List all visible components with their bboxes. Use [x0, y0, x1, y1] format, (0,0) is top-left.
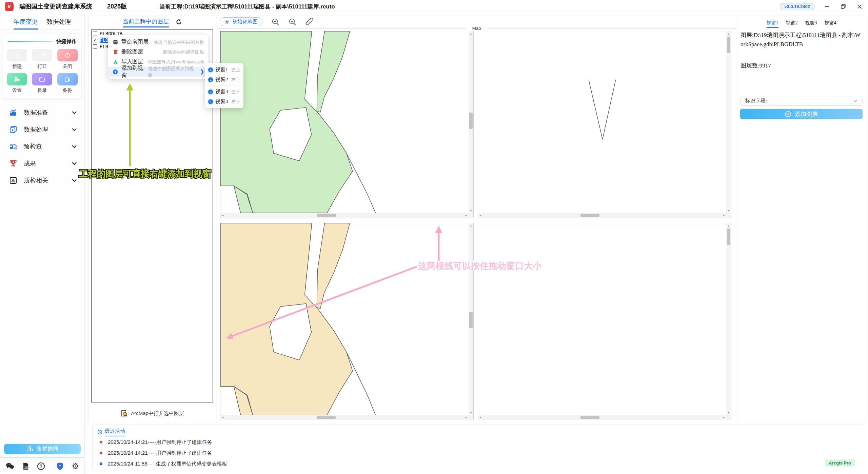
map-canvas-1[interactable]	[220, 31, 469, 213]
cluster-collaboration-button[interactable]: 集群协同	[4, 444, 81, 454]
vertical-scrollbar[interactable]: ▲ ▼	[726, 31, 731, 213]
zoom-out-icon[interactable]	[288, 18, 296, 26]
horizontal-scrollbar[interactable]: ◄ ►	[478, 213, 726, 218]
sidebar-item-data-preparation[interactable]: 数据准备	[0, 104, 84, 121]
tab-viewport-1[interactable]: 视窗1	[767, 20, 778, 28]
zoom-in-icon[interactable]	[271, 18, 279, 26]
vertical-scrollbar[interactable]: ▲ ▼	[726, 223, 731, 415]
scroll-left-arrow[interactable]: ◄	[478, 415, 483, 420]
submenu-item-viewport-3[interactable]: 3 视窗3 左下	[205, 87, 243, 97]
scroll-right-arrow[interactable]: ►	[722, 213, 726, 218]
help-icon[interactable]: ?	[37, 462, 45, 470]
layer-panel-title[interactable]: 当前工程中的图层	[123, 18, 169, 27]
vertical-scrollbar[interactable]: ▲ ▼	[469, 31, 473, 213]
vertical-scrollbar[interactable]: ▲ ▼	[469, 223, 473, 415]
scroll-thumb[interactable]	[580, 214, 599, 217]
restore-button[interactable]	[840, 3, 847, 10]
svg-text:LOG: LOG	[24, 467, 28, 469]
map-title-divider: Map	[216, 25, 737, 31]
open-project-button[interactable]	[32, 49, 52, 61]
tab-viewport-4[interactable]: 视窗4	[825, 20, 836, 28]
new-file-icon	[14, 52, 20, 59]
scroll-thumb[interactable]	[727, 37, 730, 53]
map-canvas-4[interactable]	[478, 223, 726, 415]
layer-checkbox[interactable]	[93, 32, 97, 36]
scroll-thumb[interactable]	[580, 416, 599, 419]
scroll-thumb[interactable]	[317, 214, 336, 217]
viewport-submenu: 1 视窗1 左上 2 视窗2 右上 3 视窗3 左下 4 视窗4 右下	[205, 63, 243, 108]
scroll-right-arrow[interactable]: ►	[722, 415, 726, 420]
scroll-thumb[interactable]	[317, 416, 336, 419]
sidebar-item-data-processing[interactable]: 数据处理	[0, 121, 84, 138]
scroll-left-arrow[interactable]: ◄	[220, 415, 225, 420]
scroll-up-arrow[interactable]: ▲	[469, 31, 473, 36]
map-viewport-3[interactable]: ▲ ▼ ◄ ►	[220, 223, 474, 420]
map-viewport-4[interactable]: ▲ ▼ ◄ ►	[478, 223, 731, 420]
viewport-tabs: 视窗1 视窗2 视窗3 视窗4	[737, 20, 866, 28]
scroll-thumb[interactable]	[469, 312, 473, 328]
log-file-icon[interactable]: LOG	[22, 462, 30, 470]
new-project-button[interactable]	[7, 49, 27, 61]
directory-button[interactable]	[32, 73, 52, 85]
scroll-up-arrow[interactable]: ▲	[469, 223, 473, 228]
sidebar-item-results[interactable]: 成果	[0, 155, 84, 172]
scroll-down-arrow[interactable]: ▼	[469, 208, 473, 213]
refresh-icon[interactable]	[176, 19, 182, 26]
scroll-down-arrow[interactable]: ▼	[726, 208, 731, 213]
map-canvas-2[interactable]	[478, 31, 726, 213]
sidebar-item-quality-check[interactable]: 检 质检相关	[0, 172, 84, 189]
init-map-button[interactable]: 初始化地图	[220, 17, 262, 26]
app-window: R 瑞图国土变更调查建库系统 2025版 当前工程:D:\19瑞图演示工程\51…	[0, 0, 868, 474]
scroll-up-arrow[interactable]: ▲	[726, 223, 731, 228]
close-project-label: 关闭	[63, 63, 72, 70]
tab-annual-change[interactable]: 年度变更	[14, 18, 38, 29]
activity-entry[interactable]: 2025/10/24-11:58-----生成了权属单位代码变更表模板	[93, 461, 227, 467]
wechat-icon[interactable]	[5, 462, 14, 470]
sidebar-item-label: 数据准备	[24, 108, 48, 117]
sidebar-item-precheck[interactable]: 预检查	[0, 138, 84, 155]
horizontal-scrollbar[interactable]: ◄ ►	[220, 213, 469, 218]
tab-viewport-2[interactable]: 视窗2	[786, 20, 798, 28]
horizontal-scrollbar[interactable]: ◄ ►	[478, 415, 726, 420]
backup-button[interactable]	[57, 73, 78, 85]
submenu-item-viewport-1[interactable]: 1 视窗1 左上	[205, 65, 243, 75]
gear-icon[interactable]: ⚙	[72, 462, 79, 470]
activity-entry[interactable]: 2025/10/24-14:21-----用户强制停止了建库任务	[93, 439, 212, 445]
settings-button[interactable]	[7, 73, 27, 85]
horizontal-scrollbar[interactable]: ◄ ►	[220, 415, 469, 420]
scroll-up-arrow[interactable]: ▲	[726, 31, 731, 36]
layer-checkbox-checked[interactable]	[93, 38, 97, 42]
add-layer-button[interactable]: 添加图层	[740, 109, 863, 119]
scroll-down-arrow[interactable]: ▼	[469, 410, 473, 415]
scroll-right-arrow[interactable]: ►	[464, 415, 469, 420]
menu-item-rename-layer[interactable]: 重命名图层 修改当前选中图层的名称	[108, 37, 208, 47]
app-edition: 2025版	[107, 2, 127, 11]
map-viewport-1[interactable]: ▲ ▼ ◄ ►	[220, 31, 474, 218]
menu-item-delete-layer[interactable]: 删除图层 删除选中的所有图层	[108, 47, 208, 57]
submenu-item-viewport-2[interactable]: 2 视窗2 右上	[205, 75, 243, 84]
scroll-left-arrow[interactable]: ◄	[220, 213, 225, 218]
menu-item-add-to-viewport[interactable]: 添加到视窗 将选中的图层添加到视窗 ❯	[108, 67, 208, 77]
scrollbar-corner	[469, 213, 473, 218]
scroll-thumb[interactable]	[469, 113, 473, 129]
map-canvas-3[interactable]	[220, 223, 469, 415]
scroll-down-arrow[interactable]: ▼	[726, 410, 731, 415]
scroll-left-arrow[interactable]: ◄	[478, 213, 483, 218]
close-project-button[interactable]	[57, 49, 78, 61]
shield-plus-icon[interactable]	[57, 462, 63, 470]
tab-viewport-3[interactable]: 视窗3	[805, 20, 817, 28]
open-in-arcmap[interactable]: ArcMap中打开选中图层	[89, 410, 216, 417]
viewport-settings-panel: 视窗1 视窗2 视窗3 视窗4 图层:D:\19瑞图演示工程\510111瑞图县…	[737, 15, 866, 423]
scroll-right-arrow[interactable]: ►	[464, 213, 469, 218]
submenu-item-viewport-4[interactable]: 4 视窗4 右下	[205, 97, 243, 106]
scroll-thumb[interactable]	[727, 229, 730, 245]
activity-entry[interactable]: 2025/10/24-14:21-----用户强制停止了建库任务	[93, 450, 212, 456]
layer-checkbox[interactable]	[93, 44, 97, 49]
map-title: Map	[472, 26, 481, 31]
minimize-button[interactable]	[823, 3, 831, 10]
map-viewport-2[interactable]: ▲ ▼ ◄ ►	[478, 31, 731, 218]
close-button[interactable]	[856, 3, 863, 10]
id-field-select[interactable]: 标识字段:	[740, 96, 863, 106]
measure-ruler-icon[interactable]	[305, 18, 313, 26]
tab-data-processing[interactable]: 数据处理	[47, 18, 71, 29]
